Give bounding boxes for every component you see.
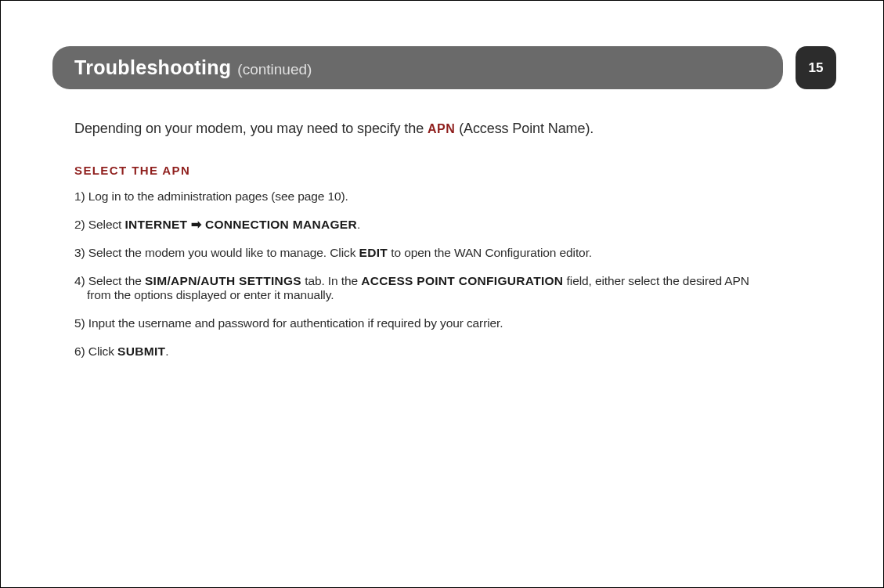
- step-2: 2) Select INTERNET ➡ CONNECTION MANAGER.: [74, 218, 814, 232]
- apn-highlight: APN: [428, 122, 455, 135]
- step-3-edit: EDIT: [359, 246, 388, 259]
- step-2-pre: 2) Select: [74, 218, 124, 231]
- step-2-connection-manager: CONNECTION MANAGER: [205, 218, 357, 231]
- step-6-pre: 6) Click: [74, 345, 117, 358]
- step-6-submit: SUBMIT: [117, 345, 165, 358]
- step-3-pre: 3) Select the modem you would like to ma…: [74, 246, 359, 259]
- step-3-post: to open the WAN Configuration editor.: [388, 246, 592, 259]
- step-4-sim-apn-auth: SIM/APN/AUTH SETTINGS: [145, 274, 301, 287]
- step-2-internet: INTERNET: [124, 218, 187, 231]
- intro-text-pre: Depending on your modem, you may need to…: [74, 121, 428, 136]
- step-1: 1) Log in to the administration pages (s…: [74, 189, 814, 204]
- step-4-post1: field, either select the desired APN: [563, 274, 749, 287]
- step-4-access-point-config: ACCESS POINT CONFIGURATION: [361, 274, 563, 287]
- step-4-mid: tab. In the: [301, 274, 361, 287]
- step-5: 5) Input the username and password for a…: [74, 316, 814, 330]
- section-continued: (continued): [237, 61, 312, 78]
- step-4-post2: from the options displayed or enter it m…: [74, 288, 334, 301]
- page-number: 15: [809, 60, 824, 76]
- intro-paragraph: Depending on your modem, you may need to…: [74, 121, 814, 137]
- step-4-pre: 4) Select the: [74, 274, 145, 287]
- section-title: Troubleshooting: [74, 56, 231, 79]
- section-header-bar: Troubleshooting (continued): [52, 46, 783, 89]
- arrow-icon: ➡: [187, 218, 205, 231]
- step-6: 6) Click SUBMIT.: [74, 345, 814, 359]
- step-3: 3) Select the modem you would like to ma…: [74, 246, 814, 260]
- content-area: Depending on your modem, you may need to…: [52, 121, 836, 359]
- step-2-post: .: [357, 218, 360, 231]
- section-heading: SELECT THE APN: [74, 164, 814, 177]
- intro-text-post: (Access Point Name).: [455, 121, 594, 136]
- page-header-row: Troubleshooting (continued) 15: [52, 46, 836, 89]
- step-6-post: .: [165, 345, 168, 358]
- step-4: 4) Select the SIM/APN/AUTH SETTINGS tab.…: [74, 274, 814, 302]
- page-number-badge: 15: [796, 46, 836, 89]
